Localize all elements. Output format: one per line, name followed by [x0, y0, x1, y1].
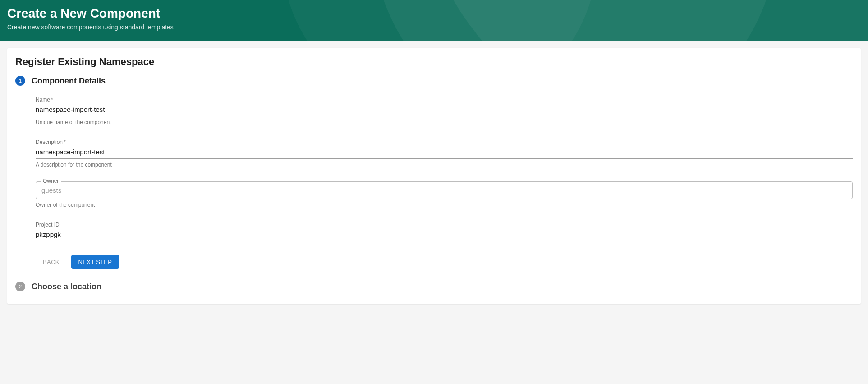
name-label-text: Name: [36, 97, 50, 103]
step-1-body: Name* Unique name of the component Descr…: [20, 88, 853, 278]
owner-box: Owner: [36, 181, 853, 199]
back-button[interactable]: Back: [36, 255, 67, 269]
next-step-button[interactable]: Next Step: [71, 255, 119, 269]
step-1-header: 1 Component Details: [15, 76, 853, 86]
description-field: Description* A description for the compo…: [36, 139, 853, 168]
project-id-label: Project ID: [36, 222, 853, 228]
page-banner: Create a New Component Create new softwa…: [0, 0, 868, 41]
description-label-text: Description: [36, 139, 63, 145]
step-actions: Back Next Step: [36, 255, 853, 269]
step-1-badge: 1: [15, 76, 25, 86]
description-input[interactable]: [36, 146, 853, 159]
step-2-badge: 2: [15, 282, 25, 291]
name-field: Name* Unique name of the component: [36, 97, 853, 125]
name-input[interactable]: [36, 104, 853, 116]
page-subtitle: Create new software components using sta…: [7, 23, 861, 31]
name-helper: Unique name of the component: [36, 119, 853, 125]
project-id-input[interactable]: [36, 229, 853, 241]
owner-field: Owner Owner of the component: [36, 181, 853, 208]
description-required: *: [64, 139, 66, 145]
step-2-header[interactable]: 2 Choose a location: [15, 282, 853, 291]
card-title: Register Existing Namespace: [15, 56, 853, 68]
description-label: Description*: [36, 139, 853, 145]
name-required: *: [51, 97, 53, 103]
owner-label: Owner: [41, 178, 61, 184]
page-title: Create a New Component: [7, 6, 861, 21]
owner-input[interactable]: [41, 186, 847, 194]
form-card: Register Existing Namespace 1 Component …: [7, 48, 861, 304]
step-1-title: Component Details: [32, 76, 106, 86]
name-label: Name*: [36, 97, 853, 103]
description-helper: A description for the component: [36, 162, 853, 168]
owner-helper: Owner of the component: [36, 202, 853, 208]
project-id-field: Project ID: [36, 222, 853, 241]
step-2-title: Choose a location: [32, 282, 101, 291]
